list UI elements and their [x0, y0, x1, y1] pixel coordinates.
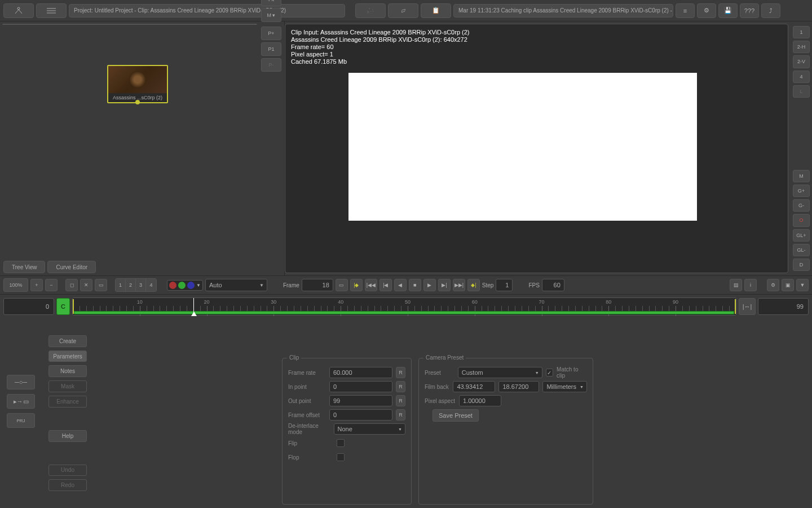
dropdown-button[interactable]: ▼ — [796, 279, 809, 291]
info-panel-button[interactable]: ▤ — [730, 279, 742, 291]
safe-area-button[interactable]: ▭ — [95, 279, 107, 291]
frame-rate-input[interactable] — [329, 367, 392, 378]
step-back-button[interactable]: ◀ — [394, 279, 407, 291]
create-tab[interactable]: Create — [48, 335, 87, 347]
help-tab[interactable]: Help — [48, 430, 87, 442]
range-end[interactable]: 99 — [758, 298, 809, 315]
fps-input[interactable] — [542, 279, 564, 291]
filmback-unit-select[interactable]: Millimeters — [542, 381, 587, 392]
playhead[interactable] — [193, 298, 194, 315]
clip-button[interactable]: ▱ — [388, 3, 418, 18]
render-button[interactable]: ▣ — [782, 279, 794, 291]
import-button[interactable]: 📋 — [421, 3, 451, 18]
slot-2[interactable]: 2 — [126, 279, 136, 291]
mask-button[interactable]: M — [793, 170, 810, 182]
node-graph-mode-button[interactable] — [3, 3, 34, 18]
frame-offset-reset[interactable]: R — [396, 409, 405, 421]
cache-indicator[interactable]: C — [56, 298, 70, 315]
filmback-width-input[interactable] — [453, 381, 495, 392]
step-input[interactable] — [496, 279, 513, 291]
viewer-canvas[interactable]: Clip Input: Assassins Creed Lineage 2009… — [285, 24, 788, 273]
go-to-start-button[interactable]: |◀◀ — [365, 279, 377, 291]
fit-view-button[interactable]: ◻ — [65, 279, 78, 291]
frame-offset-input[interactable] — [329, 409, 392, 421]
node-param-icon[interactable]: ─○─ — [7, 375, 35, 389]
in-point-reset[interactable]: R — [396, 381, 405, 392]
range-handle-right[interactable] — [735, 299, 736, 314]
layout-1-button[interactable]: 1 — [793, 26, 810, 38]
deinterlace-select[interactable]: None — [334, 423, 406, 435]
stop-button[interactable]: ■ — [409, 279, 421, 291]
go-to-end-button[interactable]: ▶▶| — [453, 279, 465, 291]
curve-editor-tab[interactable]: Curve Editor — [47, 261, 96, 273]
preset-select[interactable]: Custom — [458, 367, 542, 378]
preset-label: Preset — [425, 370, 454, 376]
monitor-button[interactable]: ▭ — [336, 279, 348, 291]
help-button[interactable]: ??? — [740, 3, 759, 18]
list-mode-button[interactable] — [36, 3, 67, 18]
frame-input[interactable] — [302, 279, 333, 291]
slot-4[interactable]: 4 — [146, 279, 156, 291]
frame-rate-reset[interactable]: R — [396, 367, 405, 378]
d-button[interactable]: D — [793, 259, 810, 271]
play-button[interactable]: ▶ — [423, 279, 436, 291]
pipeline-icon[interactable]: ▸→▭ — [7, 394, 35, 409]
crop-button[interactable]: ✕ — [80, 279, 92, 291]
zoom-level[interactable]: 100% — [3, 278, 28, 292]
blue-channel[interactable] — [187, 282, 195, 289]
zoom-in-button[interactable]: + — [30, 279, 43, 291]
layout-2h-button[interactable]: 2-H — [793, 41, 810, 53]
out-point-reset[interactable]: R — [396, 395, 405, 406]
layout-2v-button[interactable]: 2-V — [793, 55, 810, 68]
next-key-button[interactable]: ▶| — [438, 279, 451, 291]
slot-1[interactable]: 1 — [116, 279, 126, 291]
slot-3[interactable]: 3 — [136, 279, 146, 291]
fit-range-button[interactable]: |↔| — [739, 298, 756, 315]
flip-checkbox[interactable] — [337, 439, 345, 447]
tree-canvas[interactable]: Assassins ...sC0rp (2) P+ P1 P- Cut Cop … — [2, 24, 257, 25]
channel-selector[interactable]: ▼ — [167, 280, 203, 291]
gain-minus-button[interactable]: G- — [793, 199, 810, 212]
range-start[interactable]: 0 — [3, 298, 54, 315]
save-preset-button[interactable]: Save Preset — [433, 409, 479, 422]
project-icon[interactable]: PRJ — [7, 413, 35, 428]
go-to-end-key-button[interactable]: ◆| — [467, 279, 480, 291]
preset-plus-button[interactable]: P+ — [261, 27, 281, 40]
save-button[interactable]: 💾 — [718, 3, 738, 18]
gain-plus-button[interactable]: G+ — [793, 185, 810, 197]
clip-node[interactable]: Assassins ...sC0rp (2) — [107, 65, 168, 103]
out-point-input[interactable] — [329, 395, 392, 406]
timeline-track[interactable]: 102030405060708090 — [72, 297, 736, 316]
preset-1-button[interactable]: P1 — [261, 42, 281, 56]
prev-key-button[interactable]: |◀ — [379, 279, 392, 291]
tree-view-tab[interactable]: Tree View — [3, 261, 45, 273]
preset-minus-button: P- — [261, 58, 281, 72]
pixel-aspect-input[interactable] — [459, 395, 501, 406]
flop-checkbox[interactable] — [337, 453, 345, 461]
green-channel[interactable] — [178, 282, 186, 289]
gl-plus-button[interactable]: GL+ — [793, 229, 810, 242]
info-button[interactable]: i — [744, 279, 757, 291]
m-menu-button[interactable]: M ▾ — [261, 8, 281, 22]
go-to-start-key-button[interactable]: |◆ — [350, 279, 363, 291]
layout-4-button[interactable]: 4 — [793, 71, 810, 83]
match-to-clip-checkbox[interactable]: ✓ — [546, 369, 554, 376]
parameters-tab[interactable]: Parameters — [48, 351, 87, 362]
camera-button[interactable]: 🎥 — [355, 3, 386, 18]
filmback-height-input[interactable] — [498, 381, 539, 392]
in-point-input[interactable] — [329, 381, 392, 392]
fps-label: FPS — [528, 282, 539, 288]
fit-button[interactable]: Fit — [261, 0, 281, 6]
viewer-slot-selector[interactable]: 1 2 3 4 — [115, 278, 157, 292]
settings-button[interactable]: ⚙ — [697, 3, 716, 18]
overlay-button[interactable]: O — [793, 214, 810, 226]
zoom-out-button[interactable]: − — [45, 279, 58, 291]
exit-button[interactable]: ⤴ — [761, 3, 780, 18]
quality-select[interactable]: Auto — [205, 279, 267, 291]
red-channel[interactable] — [169, 282, 176, 289]
node-output-port[interactable] — [135, 100, 140, 104]
list-icon-button[interactable]: ≡ — [676, 3, 695, 18]
gl-minus-button[interactable]: GL- — [793, 244, 810, 256]
notes-tab[interactable]: Notes — [48, 365, 87, 377]
gear-icon[interactable]: ⚙ — [767, 279, 779, 291]
